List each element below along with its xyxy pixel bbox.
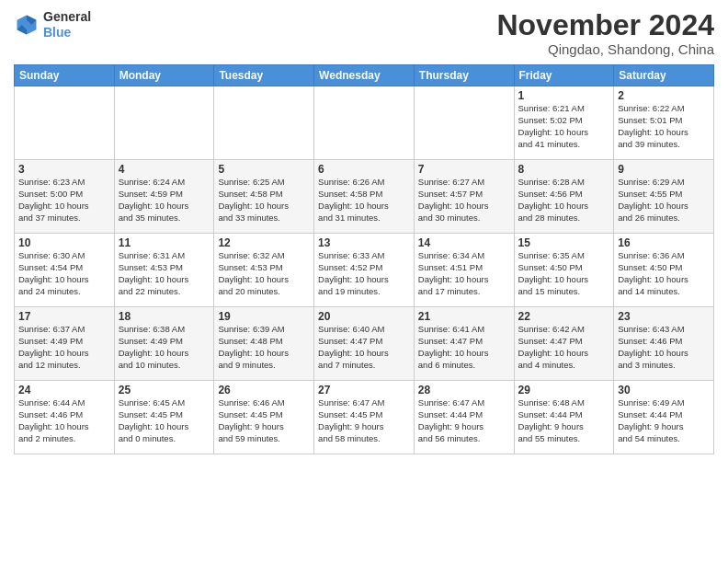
calendar-cell: 24Sunrise: 6:44 AM Sunset: 4:46 PM Dayli… [15,381,115,454]
day-info: Sunrise: 6:41 AM Sunset: 4:47 PM Dayligh… [418,324,510,371]
day-number: 8 [518,163,610,176]
calendar-cell: 29Sunrise: 6:48 AM Sunset: 4:44 PM Dayli… [514,381,614,454]
day-number: 29 [518,384,610,396]
calendar: Sunday Monday Tuesday Wednesday Thursday… [14,64,714,454]
calendar-header: Sunday Monday Tuesday Wednesday Thursday… [15,65,714,86]
logo-blue: Blue [43,25,71,40]
day-number: 5 [218,163,310,176]
day-number: 4 [119,163,210,176]
calendar-cell [314,86,415,160]
day-number: 14 [418,236,510,249]
day-number: 10 [18,236,110,249]
calendar-cell: 26Sunrise: 6:46 AM Sunset: 4:45 PM Dayli… [214,381,314,454]
day-number: 24 [18,384,110,396]
month-title: November 2024 [496,9,714,41]
header: General Blue November 2024 Qingdao, Shan… [14,9,714,57]
day-number: 22 [518,310,610,323]
day-info: Sunrise: 6:32 AM Sunset: 4:53 PM Dayligh… [218,250,310,297]
calendar-cell: 7Sunrise: 6:27 AM Sunset: 4:57 PM Daylig… [414,160,514,234]
day-number: 18 [119,310,210,323]
calendar-cell: 20Sunrise: 6:40 AM Sunset: 4:47 PM Dayli… [314,307,415,381]
logo-text: General Blue [43,9,91,40]
day-number: 20 [318,310,410,323]
calendar-cell: 19Sunrise: 6:39 AM Sunset: 4:48 PM Dayli… [214,307,314,381]
calendar-week-3: 17Sunrise: 6:37 AM Sunset: 4:49 PM Dayli… [15,307,714,381]
day-number: 25 [119,384,210,396]
logo: General Blue [14,9,91,40]
calendar-cell: 21Sunrise: 6:41 AM Sunset: 4:47 PM Dayli… [414,307,514,381]
day-info: Sunrise: 6:36 AM Sunset: 4:50 PM Dayligh… [618,250,710,297]
calendar-cell [414,86,514,160]
day-info: Sunrise: 6:30 AM Sunset: 4:54 PM Dayligh… [18,250,110,297]
day-info: Sunrise: 6:44 AM Sunset: 4:46 PM Dayligh… [18,397,110,444]
day-info: Sunrise: 6:29 AM Sunset: 4:55 PM Dayligh… [618,177,710,224]
col-tuesday: Tuesday [214,65,314,86]
day-number: 12 [218,236,310,249]
day-info: Sunrise: 6:21 AM Sunset: 5:02 PM Dayligh… [518,103,610,150]
col-monday: Monday [114,65,214,86]
day-info: Sunrise: 6:33 AM Sunset: 4:52 PM Dayligh… [318,250,410,297]
day-number: 3 [18,163,110,176]
calendar-cell: 25Sunrise: 6:45 AM Sunset: 4:45 PM Dayli… [114,381,214,454]
day-number: 28 [418,384,510,396]
day-number: 23 [618,310,710,323]
calendar-cell [214,86,314,160]
calendar-cell: 9Sunrise: 6:29 AM Sunset: 4:55 PM Daylig… [614,160,714,234]
calendar-cell: 12Sunrise: 6:32 AM Sunset: 4:53 PM Dayli… [214,234,314,307]
calendar-body: 1Sunrise: 6:21 AM Sunset: 5:02 PM Daylig… [15,86,714,454]
calendar-cell: 5Sunrise: 6:25 AM Sunset: 4:58 PM Daylig… [214,160,314,234]
day-info: Sunrise: 6:43 AM Sunset: 4:46 PM Dayligh… [618,324,710,371]
col-saturday: Saturday [614,65,714,86]
day-info: Sunrise: 6:27 AM Sunset: 4:57 PM Dayligh… [418,177,510,224]
day-info: Sunrise: 6:35 AM Sunset: 4:50 PM Dayligh… [518,250,610,297]
calendar-week-4: 24Sunrise: 6:44 AM Sunset: 4:46 PM Dayli… [15,381,714,454]
calendar-cell: 22Sunrise: 6:42 AM Sunset: 4:47 PM Dayli… [514,307,614,381]
day-number: 15 [518,236,610,249]
calendar-cell: 11Sunrise: 6:31 AM Sunset: 4:53 PM Dayli… [114,234,214,307]
day-info: Sunrise: 6:26 AM Sunset: 4:58 PM Dayligh… [318,177,410,224]
day-number: 30 [618,384,710,396]
day-number: 26 [218,384,310,396]
col-friday: Friday [514,65,614,86]
calendar-cell: 18Sunrise: 6:38 AM Sunset: 4:49 PM Dayli… [114,307,214,381]
calendar-cell: 17Sunrise: 6:37 AM Sunset: 4:49 PM Dayli… [15,307,115,381]
day-number: 21 [418,310,510,323]
day-number: 16 [618,236,710,249]
calendar-cell: 27Sunrise: 6:47 AM Sunset: 4:45 PM Dayli… [314,381,415,454]
calendar-cell: 4Sunrise: 6:24 AM Sunset: 4:59 PM Daylig… [114,160,214,234]
day-info: Sunrise: 6:34 AM Sunset: 4:51 PM Dayligh… [418,250,510,297]
day-number: 9 [618,163,710,176]
day-number: 6 [318,163,410,176]
day-info: Sunrise: 6:47 AM Sunset: 4:45 PM Dayligh… [318,397,410,444]
calendar-cell: 16Sunrise: 6:36 AM Sunset: 4:50 PM Dayli… [614,234,714,307]
day-number: 27 [318,384,410,396]
day-number: 17 [18,310,110,323]
day-info: Sunrise: 6:45 AM Sunset: 4:45 PM Dayligh… [119,397,210,444]
page: General Blue November 2024 Qingdao, Shan… [0,0,728,563]
calendar-cell: 28Sunrise: 6:47 AM Sunset: 4:44 PM Dayli… [414,381,514,454]
calendar-cell [114,86,214,160]
day-number: 13 [318,236,410,249]
logo-icon [14,12,40,38]
day-number: 19 [218,310,310,323]
calendar-cell: 23Sunrise: 6:43 AM Sunset: 4:46 PM Dayli… [614,307,714,381]
day-number: 1 [518,89,610,102]
calendar-cell: 6Sunrise: 6:26 AM Sunset: 4:58 PM Daylig… [314,160,415,234]
calendar-week-0: 1Sunrise: 6:21 AM Sunset: 5:02 PM Daylig… [15,86,714,160]
day-info: Sunrise: 6:37 AM Sunset: 4:49 PM Dayligh… [18,324,110,371]
col-thursday: Thursday [414,65,514,86]
day-info: Sunrise: 6:24 AM Sunset: 4:59 PM Dayligh… [119,177,210,224]
calendar-week-2: 10Sunrise: 6:30 AM Sunset: 4:54 PM Dayli… [15,234,714,307]
day-number: 2 [618,89,710,102]
col-sunday: Sunday [15,65,115,86]
location: Qingdao, Shandong, China [496,41,714,57]
day-info: Sunrise: 6:46 AM Sunset: 4:45 PM Dayligh… [218,397,310,444]
calendar-cell: 13Sunrise: 6:33 AM Sunset: 4:52 PM Dayli… [314,234,415,307]
day-info: Sunrise: 6:42 AM Sunset: 4:47 PM Dayligh… [518,324,610,371]
title-section: November 2024 Qingdao, Shandong, China [496,9,714,57]
weekday-row: Sunday Monday Tuesday Wednesday Thursday… [15,65,714,86]
calendar-cell: 2Sunrise: 6:22 AM Sunset: 5:01 PM Daylig… [614,86,714,160]
day-info: Sunrise: 6:48 AM Sunset: 4:44 PM Dayligh… [518,397,610,444]
col-wednesday: Wednesday [314,65,415,86]
calendar-cell: 14Sunrise: 6:34 AM Sunset: 4:51 PM Dayli… [414,234,514,307]
